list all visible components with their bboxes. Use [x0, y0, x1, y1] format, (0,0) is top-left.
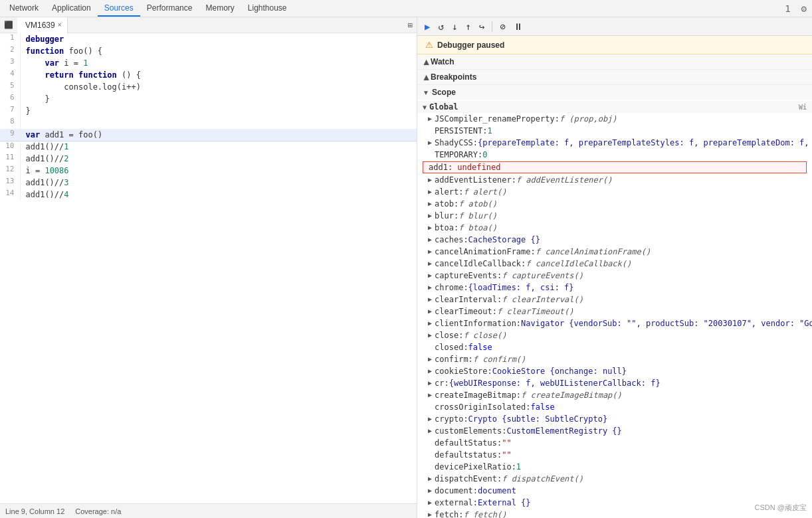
sources-sidebar-icon[interactable]: ⬛ — [0, 21, 17, 29]
line-number: 4 — [0, 69, 20, 81]
scope-item[interactable]: defaultStatus: "" — [417, 437, 812, 449]
scope-item[interactable]: ▶crypto: Crypto {subtle: SubtleCrypto} — [417, 413, 812, 425]
scope-item[interactable]: defaultstatus: "" — [417, 449, 812, 461]
toolbar-separator — [492, 21, 492, 32]
coverage-status: Coverage: n/a — [75, 507, 121, 515]
scope-item[interactable]: devicePixelRatio: 1 — [417, 461, 812, 473]
scope-item[interactable]: ▶document: document — [417, 485, 812, 497]
code-line-1[interactable]: 1debugger — [0, 33, 417, 45]
scope-wi: Wi — [799, 104, 807, 111]
scope-item[interactable]: ▶ShadyCSS: {prepareTemplate: f, prepareT… — [417, 137, 812, 149]
code-editor[interactable]: 1debugger2function foo() {3 var i = 14 r… — [0, 33, 417, 503]
deactivate-breakpoints-btn[interactable]: ⊘ — [498, 20, 507, 33]
scope-item[interactable]: ▶atob: f atob() — [417, 198, 812, 210]
resume-btn[interactable]: ▶ — [423, 20, 432, 33]
line-number: 3 — [0, 57, 20, 69]
nav-right-controls: 1 ⚙ — [782, 2, 809, 15]
scope-triangle: ▼ — [423, 89, 429, 96]
global-triangle: ▼ — [423, 104, 427, 111]
scope-item[interactable]: ▶blur: f blur() — [417, 210, 812, 222]
scope-item[interactable]: ▶alert: f alert() — [417, 186, 812, 198]
scope-item[interactable]: PERSISTENT: 1 — [417, 125, 812, 137]
scope-item[interactable]: ▶captureEvents: f captureEvents() — [417, 270, 812, 282]
scope-item[interactable]: ▶fetch: f fetch() — [417, 509, 812, 518]
scope-label: Scope — [432, 88, 456, 97]
panel-count-badge: 1 — [782, 2, 793, 15]
scope-item[interactable]: ▶btoa: f btoa() — [417, 222, 812, 234]
pause-on-exceptions-btn[interactable]: ⏸ — [512, 20, 525, 33]
nav-sources[interactable]: Sources — [98, 1, 140, 17]
nav-performance[interactable]: Performance — [140, 1, 199, 17]
settings-icon[interactable]: ⚙ — [799, 2, 809, 15]
debug-sections[interactable]: ▶ Watch ▶ Breakpoints ▼ Scope — [417, 54, 812, 518]
global-label: Global — [429, 102, 458, 112]
line-number: 5 — [0, 81, 20, 93]
code-line-12[interactable]: 12i = 10086 — [0, 165, 417, 177]
code-line-7[interactable]: 7} — [0, 105, 417, 117]
sidebar-toggle-icon[interactable]: ⊞ — [404, 21, 417, 30]
scope-item[interactable]: TEMPORARY: 0 — [417, 149, 812, 161]
step-into-btn[interactable]: ↓ — [450, 20, 459, 33]
scope-item[interactable]: ▶cancelAnimationFrame: f cancelAnimation… — [417, 246, 812, 258]
scope-item[interactable]: ▶external: External {} — [417, 497, 812, 509]
scope-item[interactable]: ▶chrome: {loadTimes: f, csi: f} — [417, 282, 812, 294]
top-nav: Network Application Sources Performance … — [0, 0, 812, 17]
code-line-9[interactable]: 9var add1 = foo() — [0, 129, 417, 141]
global-section-header[interactable]: ▼ Global Wi — [417, 101, 812, 113]
code-line-13[interactable]: 13add1()//3 — [0, 177, 417, 189]
scope-item[interactable]: ▶cr: {webUIResponse: f, webUIListenerCal… — [417, 377, 812, 389]
code-line-2[interactable]: 2function foo() { — [0, 45, 417, 57]
breakpoints-label: Breakpoints — [431, 72, 476, 82]
line-content: add1()//3 — [20, 177, 417, 189]
code-line-10[interactable]: 10add1()//1 — [0, 141, 417, 153]
watermark: CSDN @顽皮宝 — [755, 503, 807, 513]
scope-item[interactable]: ▶close: f close() — [417, 329, 812, 341]
file-tab-vm1639[interactable]: VM1639 × — [17, 17, 68, 33]
nav-lighthouse[interactable]: Lighthouse — [241, 1, 294, 17]
line-number: 14 — [0, 189, 20, 201]
code-line-4[interactable]: 4 return function () { — [0, 69, 417, 81]
scope-item[interactable]: ▶cookieStore: CookieStore {onchange: nul… — [417, 365, 812, 377]
nav-application[interactable]: Application — [45, 1, 98, 17]
code-line-8[interactable]: 8 — [0, 117, 417, 129]
scope-item[interactable]: ▶customElements: CustomElementRegistry {… — [417, 425, 812, 437]
debug-banner: ⚠ Debugger paused — [417, 36, 812, 54]
scope-item[interactable]: ▶caches: CacheStorage {} — [417, 234, 812, 246]
line-number: 12 — [0, 165, 20, 177]
line-content: function foo() { — [20, 45, 417, 57]
step-over-btn[interactable]: ↺ — [436, 20, 445, 33]
scope-item[interactable]: ▶clientInformation: Navigator {vendorSub… — [417, 317, 812, 329]
file-tab-name: VM1639 — [25, 21, 55, 30]
scope-item[interactable]: ▶addEventListener: f addEventListener() — [417, 174, 812, 186]
code-line-14[interactable]: 14add1()//4 — [0, 189, 417, 201]
line-content — [20, 117, 417, 129]
scope-item[interactable]: ▶dispatchEvent: f dispatchEvent() — [417, 473, 812, 485]
debug-toolbar: ▶ ↺ ↓ ↑ ↪ ⊘ ⏸ — [417, 17, 812, 36]
scope-item[interactable]: ▶clearTimeout: f clearTimeout() — [417, 305, 812, 317]
scope-item[interactable]: ▶confirm: f confirm() — [417, 353, 812, 365]
left-panel: ⬛ VM1639 × ⊞ 1debugger2function foo() {3… — [0, 17, 417, 518]
nav-network[interactable]: Network — [3, 1, 45, 17]
code-line-11[interactable]: 11add1()//2 — [0, 153, 417, 165]
code-line-5[interactable]: 5 console.log(i++) — [0, 81, 417, 93]
watch-triangle: ▶ — [422, 59, 429, 64]
file-tab-close[interactable]: × — [58, 21, 62, 29]
scope-item[interactable]: ▶JSCompiler_renameProperty: f (prop,obj) — [417, 113, 812, 125]
scope-item[interactable]: ▶clearInterval: f clearInterval() — [417, 294, 812, 305]
code-line-6[interactable]: 6 } — [0, 93, 417, 105]
step-btn[interactable]: ↪ — [477, 20, 486, 33]
scope-section: ▼ Scope ▼ Global Wi ▶JSCompiler_renamePr… — [417, 85, 812, 518]
scope-item[interactable]: closed: false — [417, 341, 812, 353]
nav-memory[interactable]: Memory — [199, 1, 241, 17]
scope-item-highlighted[interactable]: add1: undefined — [423, 161, 807, 173]
line-number: 10 — [0, 141, 20, 153]
scope-item[interactable]: ▶cancelIdleCallback: f cancelIdleCallbac… — [417, 258, 812, 270]
step-out-btn[interactable]: ↑ — [463, 20, 472, 33]
watch-header[interactable]: ▶ Watch — [417, 54, 812, 69]
scope-header[interactable]: ▼ Scope — [417, 85, 812, 100]
scope-item[interactable]: ▶createImageBitmap: f createImageBitmap(… — [417, 389, 812, 401]
code-line-3[interactable]: 3 var i = 1 — [0, 57, 417, 69]
breakpoints-header[interactable]: ▶ Breakpoints — [417, 70, 812, 84]
scope-item[interactable]: crossOriginIsolated: false — [417, 401, 812, 413]
watch-label: Watch — [431, 57, 455, 66]
